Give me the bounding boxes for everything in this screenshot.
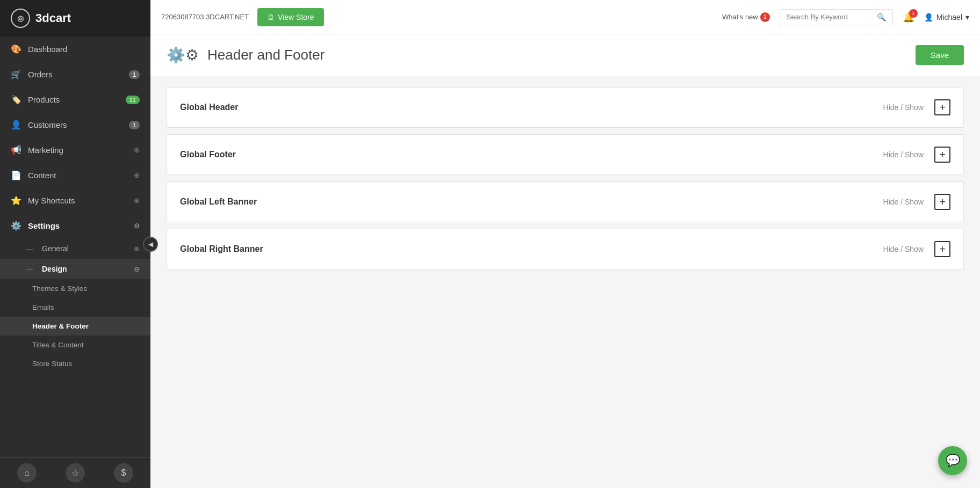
store-status-label: Store Status xyxy=(32,360,72,368)
section-row-global-header: Global Header Hide / Show + xyxy=(167,87,964,128)
sidebar-home-btn[interactable]: ⌂ xyxy=(17,463,37,483)
settings-expand-icon: ⊖ xyxy=(134,222,140,230)
topbar: 72063087703.3DCART.NET 🖥 View Store What… xyxy=(150,0,980,34)
orders-icon: 🛒 xyxy=(11,69,21,79)
search-box: 🔍 xyxy=(780,9,893,25)
nav-item-products[interactable]: 🏷️ Products 11 xyxy=(0,87,150,112)
subnav-design[interactable]: — Design ⊖ xyxy=(0,259,150,279)
nav-item-marketing[interactable]: 📢 Marketing ⊕ xyxy=(0,137,150,163)
nav-item-content[interactable]: 📄 Content ⊕ xyxy=(0,163,150,188)
user-name: Michael xyxy=(936,13,962,21)
subnav-general[interactable]: — General ⊕ xyxy=(0,238,150,259)
app-logo[interactable]: ◎ 3dcart xyxy=(0,0,150,37)
whats-new[interactable]: What's new 1 xyxy=(722,12,770,22)
header-footer-label: Header & Footer xyxy=(32,322,89,330)
nav-label-products: Products xyxy=(28,95,60,104)
global-header-add-button[interactable]: + xyxy=(934,99,950,115)
subnav-general-label: General xyxy=(42,244,69,253)
bell-wrapper: 🔔 1 xyxy=(903,11,914,23)
sections-container: Global Header Hide / Show + Global Foote… xyxy=(150,76,980,287)
nav-item-my-shortcuts[interactable]: ⭐ My Shortcuts ⊕ xyxy=(0,188,150,213)
subnav-design-label: Design xyxy=(42,265,67,273)
monitor-icon: 🖥 xyxy=(267,13,275,21)
user-dropdown-icon: ▾ xyxy=(965,13,969,21)
logo-icon: ◎ xyxy=(11,9,30,28)
page-title-icon: ⚙️⚙ xyxy=(167,46,199,64)
nav-item-settings[interactable]: ⚙️ Settings ⊖ xyxy=(0,213,150,238)
nav-item-dashboard[interactable]: 🎨 Dashboard xyxy=(0,37,150,62)
nav-label-shortcuts: My Shortcuts xyxy=(28,196,75,205)
sidebar-dollar-btn[interactable]: $ xyxy=(114,463,133,483)
subsubnav-titles-content[interactable]: Titles & Content xyxy=(0,336,150,354)
nav-item-customers[interactable]: 👤 Customers 1 xyxy=(0,112,150,137)
global-header-hide-show[interactable]: Hide / Show xyxy=(883,103,924,112)
settings-icon: ⚙️ xyxy=(11,221,21,231)
marketing-icon: 📢 xyxy=(11,145,21,155)
global-left-banner-label: Global Left Banner xyxy=(180,197,883,207)
bell-badge: 1 xyxy=(909,9,918,18)
shortcuts-icon: ⭐ xyxy=(11,195,21,206)
main-area: 72063087703.3DCART.NET 🖥 View Store What… xyxy=(150,0,980,488)
nav-label-orders: Orders xyxy=(28,70,53,79)
subsubnav-header-footer[interactable]: Header & Footer xyxy=(0,317,150,336)
products-badge: 11 xyxy=(126,96,140,104)
nav-label-content: Content xyxy=(28,171,56,180)
subsubnav-themes-styles[interactable]: Themes & Styles xyxy=(0,279,150,298)
search-icon: 🔍 xyxy=(877,13,886,21)
user-avatar-icon: 👤 xyxy=(924,13,933,21)
section-row-global-right-banner: Global Right Banner Hide / Show + xyxy=(167,229,964,270)
search-input[interactable] xyxy=(787,13,873,21)
page-title: Header and Footer xyxy=(207,47,325,63)
global-right-banner-add-button[interactable]: + xyxy=(934,241,950,257)
products-icon: 🏷️ xyxy=(11,94,21,105)
content-area: ⚙️⚙ Header and Footer Save Global Header… xyxy=(150,34,980,488)
general-expand-icon: ⊕ xyxy=(134,245,140,253)
customers-icon: 👤 xyxy=(11,120,21,130)
section-row-global-footer: Global Footer Hide / Show + xyxy=(167,134,964,175)
save-button[interactable]: Save xyxy=(916,45,964,65)
chat-bubble[interactable]: 💬 xyxy=(938,446,967,475)
section-row-global-left-banner: Global Left Banner Hide / Show + xyxy=(167,181,964,222)
emails-label: Emails xyxy=(32,303,54,311)
nav-label-marketing: Marketing xyxy=(28,145,63,155)
nav-label-settings: Settings xyxy=(28,221,60,230)
global-footer-label: Global Footer xyxy=(180,150,883,159)
nav-label-customers: Customers xyxy=(28,120,67,129)
global-left-banner-add-button[interactable]: + xyxy=(934,194,950,210)
subsubnav-store-status[interactable]: Store Status xyxy=(0,354,150,373)
store-url: 72063087703.3DCART.NET xyxy=(161,13,249,21)
user-menu[interactable]: 👤 Michael ▾ xyxy=(924,13,969,21)
orders-badge: 1 xyxy=(129,70,140,79)
nav-label-dashboard: Dashboard xyxy=(28,45,67,54)
content-expand-icon: ⊕ xyxy=(134,171,140,179)
topbar-right: What's new 1 🔍 🔔 1 👤 Michael ▾ xyxy=(722,9,969,25)
logo-text: 3dcart xyxy=(35,11,71,25)
sidebar-bottom: ⌂ ☆ $ xyxy=(0,457,150,488)
customers-badge: 1 xyxy=(129,121,140,129)
page-header: ⚙️⚙ Header and Footer Save xyxy=(150,34,980,76)
page-title-group: ⚙️⚙ Header and Footer xyxy=(167,46,325,64)
titles-content-label: Titles & Content xyxy=(32,341,84,349)
shortcuts-expand-icon: ⊕ xyxy=(134,196,140,205)
sidebar: ◎ 3dcart 🎨 Dashboard 🛒 Orders 1 🏷️ Produ… xyxy=(0,0,150,488)
chat-icon: 💬 xyxy=(946,454,960,468)
themes-styles-label: Themes & Styles xyxy=(32,285,87,293)
content-icon: 📄 xyxy=(11,170,21,180)
view-store-button[interactable]: 🖥 View Store xyxy=(257,8,323,26)
whats-new-badge: 1 xyxy=(760,12,770,22)
dashboard-icon: 🎨 xyxy=(11,44,21,54)
sidebar-collapse-arrow[interactable]: ◀ xyxy=(143,237,158,252)
subsubnav-emails[interactable]: Emails xyxy=(0,298,150,317)
global-right-banner-label: Global Right Banner xyxy=(180,244,883,254)
nav-item-orders[interactable]: 🛒 Orders 1 xyxy=(0,62,150,87)
global-right-banner-hide-show[interactable]: Hide / Show xyxy=(883,245,924,253)
marketing-expand-icon: ⊕ xyxy=(134,146,140,154)
global-header-label: Global Header xyxy=(180,103,883,112)
sidebar-star-btn[interactable]: ☆ xyxy=(66,463,85,483)
global-footer-add-button[interactable]: + xyxy=(934,147,950,163)
global-left-banner-hide-show[interactable]: Hide / Show xyxy=(883,198,924,206)
design-expand-icon: ⊖ xyxy=(134,265,140,273)
global-footer-hide-show[interactable]: Hide / Show xyxy=(883,150,924,159)
